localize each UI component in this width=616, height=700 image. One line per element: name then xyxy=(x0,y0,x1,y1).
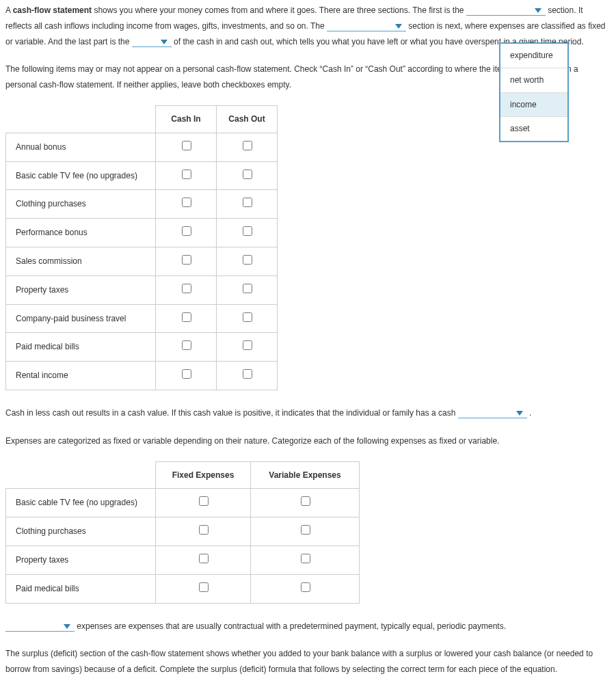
expense-table: Fixed Expenses Variable Expenses Basic c… xyxy=(5,461,360,604)
paragraph-surplus: The surplus (deficit) section of the cas… xyxy=(5,646,611,677)
table-row: Clothing purchases xyxy=(6,190,278,219)
dropdown-expense-type[interactable] xyxy=(5,621,75,632)
table-row: Basic cable TV fee (no upgrades) xyxy=(6,161,278,190)
cash-out-checkbox[interactable] xyxy=(243,141,252,150)
row-label: Paid medical bills xyxy=(6,333,156,362)
formula-result: Surplus (Deficit) xyxy=(284,697,421,700)
row-label: Sales commission xyxy=(6,247,156,275)
paragraph-fixed-def: expenses are expenses that are usually c… xyxy=(5,619,611,634)
cash-in-checkbox[interactable] xyxy=(182,312,191,322)
cash-out-checkbox[interactable] xyxy=(243,255,252,265)
row-label: Performance bonus xyxy=(6,219,156,247)
dropdown-option[interactable]: expenditure xyxy=(500,44,567,68)
surplus-formula: (Cash in) – (Cash out) = Surplus (Defici… xyxy=(5,697,611,700)
caret-icon xyxy=(535,8,541,13)
variable-checkbox[interactable] xyxy=(301,554,310,563)
row-label: Rental income xyxy=(6,362,156,390)
cash-out-checkbox[interactable] xyxy=(243,369,252,379)
dropdown-option[interactable]: income xyxy=(500,93,567,118)
table-row: Company-paid business travel xyxy=(6,304,278,333)
minus-sign: – xyxy=(119,697,124,700)
cash-out-checkbox[interactable] xyxy=(243,198,252,207)
table-row: Rental income xyxy=(6,362,278,390)
cash-in-checkbox[interactable] xyxy=(182,226,191,236)
table-row: Paid medical bills xyxy=(6,574,360,603)
fixed-checkbox[interactable] xyxy=(199,554,209,563)
row-label: Basic cable TV fee (no upgrades) xyxy=(6,161,156,190)
col-header: Fixed Expenses xyxy=(156,461,251,489)
cash-out-checkbox[interactable] xyxy=(243,226,252,236)
cash-out-checkbox[interactable] xyxy=(243,170,252,179)
cash-out-checkbox[interactable] xyxy=(243,312,252,322)
cash-flow-table: Cash In Cash Out Annual bonusBasic cable… xyxy=(5,105,278,390)
fixed-checkbox[interactable] xyxy=(199,582,209,592)
table-row: Sales commission xyxy=(6,247,278,275)
fixed-checkbox[interactable] xyxy=(199,496,209,506)
paragraph-cash-value: Cash in less cash out results in a cash … xyxy=(5,405,611,421)
caret-icon xyxy=(516,411,523,416)
table-row: Paid medical bills xyxy=(6,333,278,362)
row-label: Company-paid business travel xyxy=(6,304,156,333)
dropdown-formula-2[interactable] xyxy=(145,697,238,700)
cash-out-checkbox[interactable] xyxy=(243,284,252,293)
table-row: Performance bonus xyxy=(6,219,278,247)
table-row: Annual bonus xyxy=(6,133,278,161)
cash-in-checkbox[interactable] xyxy=(182,198,191,207)
variable-checkbox[interactable] xyxy=(301,496,310,506)
col-header: Cash Out xyxy=(217,105,278,133)
cash-in-checkbox[interactable] xyxy=(182,255,191,265)
equals-sign: = xyxy=(258,697,264,700)
fixed-checkbox[interactable] xyxy=(199,525,209,535)
table-row: Property taxes xyxy=(6,275,278,304)
dropdown-cash-value[interactable] xyxy=(458,408,527,418)
dropdown-section-2[interactable] xyxy=(327,21,406,31)
row-label: Paid medical bills xyxy=(6,574,156,603)
table-row: Clothing purchases xyxy=(6,517,360,546)
table-row: Basic cable TV fee (no upgrades) xyxy=(6,489,360,517)
dropdown-options-list[interactable]: expenditurenet worthincomeasset xyxy=(499,42,569,142)
caret-icon xyxy=(161,40,168,44)
variable-checkbox[interactable] xyxy=(301,525,310,535)
col-header: Variable Expenses xyxy=(251,461,360,489)
dropdown-option[interactable]: net worth xyxy=(500,68,567,93)
cash-in-checkbox[interactable] xyxy=(182,141,191,150)
dropdown-section-1[interactable] xyxy=(466,5,546,16)
dropdown-option[interactable]: asset xyxy=(500,117,567,141)
cash-in-checkbox[interactable] xyxy=(182,369,191,379)
row-label: Clothing purchases xyxy=(6,190,156,219)
row-label: Basic cable TV fee (no upgrades) xyxy=(6,489,156,517)
paragraph-expense-intro: Expenses are categorized as fixed or var… xyxy=(5,433,611,449)
cash-in-checkbox[interactable] xyxy=(182,170,191,179)
dropdown-section-3[interactable] xyxy=(132,37,172,47)
caret-icon xyxy=(64,624,70,629)
cash-in-checkbox[interactable] xyxy=(182,284,191,293)
bold-term: cash-flow statement xyxy=(13,5,92,15)
col-header: Cash In xyxy=(156,105,217,133)
row-label: Property taxes xyxy=(6,275,156,304)
dropdown-formula-1[interactable] xyxy=(5,697,98,700)
table-row: Property taxes xyxy=(6,546,360,574)
row-label: Annual bonus xyxy=(6,133,156,161)
row-label: Clothing purchases xyxy=(6,517,156,546)
variable-checkbox[interactable] xyxy=(301,582,310,592)
cash-out-checkbox[interactable] xyxy=(243,340,252,350)
cash-in-checkbox[interactable] xyxy=(182,340,191,350)
caret-icon xyxy=(395,24,402,29)
row-label: Property taxes xyxy=(6,546,156,574)
